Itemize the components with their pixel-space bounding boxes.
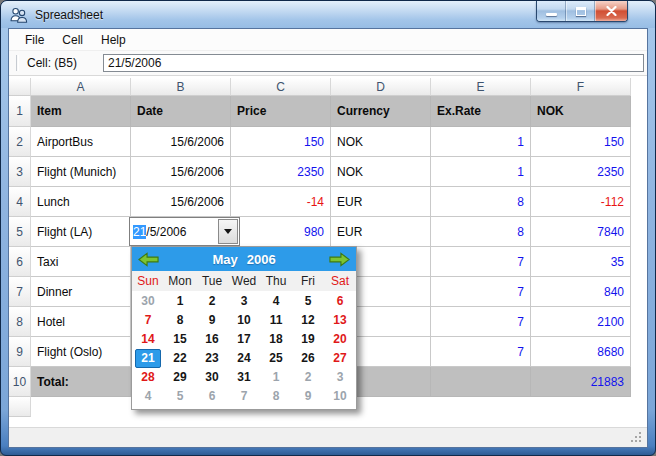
minimize-button[interactable] — [537, 1, 566, 21]
select-all-corner[interactable] — [9, 78, 31, 96]
cell-F3[interactable]: 2350 — [531, 157, 631, 187]
cell-F5[interactable]: 7840 — [531, 217, 631, 247]
cell-A4[interactable]: Lunch — [31, 187, 131, 217]
menu-help[interactable]: Help — [92, 30, 135, 50]
maximize-button[interactable] — [566, 1, 595, 21]
cell-A5[interactable]: Flight (LA) — [31, 217, 131, 247]
cell-C1[interactable]: Price — [231, 96, 331, 127]
calendar-day-5[interactable]: 5 — [164, 387, 196, 406]
calendar-day-9[interactable]: 9 — [196, 311, 228, 330]
calendar-day-30[interactable]: 30 — [196, 368, 228, 387]
cell-B4[interactable]: 15/6/2006 — [131, 187, 231, 217]
cell-B2[interactable]: 15/6/2006 — [131, 127, 231, 157]
date-editor-text[interactable]: 21/5/2006 — [130, 218, 217, 245]
cell-E4[interactable]: 8 — [431, 187, 531, 217]
column-header-F[interactable]: F — [531, 78, 631, 96]
cell-F6[interactable]: 35 — [531, 247, 631, 277]
calendar-day-21[interactable]: 21 — [132, 349, 164, 368]
calendar-day-6[interactable]: 6 — [324, 292, 356, 311]
cell-A8[interactable]: Hotel — [31, 307, 131, 337]
calendar-day-30[interactable]: 30 — [132, 292, 164, 311]
cell-E6[interactable]: 7 — [431, 247, 531, 277]
calendar-day-18[interactable]: 18 — [260, 330, 292, 349]
cell-B1[interactable]: Date — [131, 96, 231, 127]
calendar-day-1[interactable]: 1 — [164, 292, 196, 311]
resize-grip-icon[interactable] — [639, 440, 641, 442]
calendar-day-26[interactable]: 26 — [292, 349, 324, 368]
calendar-day-3[interactable]: 3 — [324, 368, 356, 387]
toolbar-gripper-icon[interactable] — [16, 55, 19, 71]
cell-A7[interactable]: Dinner — [31, 277, 131, 307]
calendar-day-4[interactable]: 4 — [260, 292, 292, 311]
calendar-day-29[interactable]: 29 — [164, 368, 196, 387]
cell-E1[interactable]: Ex.Rate — [431, 96, 531, 127]
calendar-day-8[interactable]: 8 — [164, 311, 196, 330]
cell-value-input[interactable] — [103, 54, 644, 72]
cell-A6[interactable]: Taxi — [31, 247, 131, 277]
row-header-7[interactable]: 7 — [9, 277, 31, 307]
cell-F7[interactable]: 840 — [531, 277, 631, 307]
cell-F8[interactable]: 2100 — [531, 307, 631, 337]
calendar-prev-button[interactable] — [138, 252, 159, 267]
cell-A3[interactable]: Flight (Munich) — [31, 157, 131, 187]
cell-E2[interactable]: 1 — [431, 127, 531, 157]
row-header-1[interactable]: 1 — [9, 96, 31, 127]
calendar-day-23[interactable]: 23 — [196, 349, 228, 368]
cell-C2[interactable]: 150 — [231, 127, 331, 157]
cell-C4[interactable]: -14 — [231, 187, 331, 217]
cell-F2[interactable]: 150 — [531, 127, 631, 157]
cell-b5-date-editor[interactable]: 21/5/2006 — [129, 217, 240, 246]
cell-D1[interactable]: Currency — [331, 96, 431, 127]
calendar-day-25[interactable]: 25 — [260, 349, 292, 368]
calendar-day-27[interactable]: 27 — [324, 349, 356, 368]
cell-D2[interactable]: NOK — [331, 127, 431, 157]
cell-D3[interactable]: NOK — [331, 157, 431, 187]
cell-E5[interactable]: 8 — [431, 217, 531, 247]
cell-A2[interactable]: AirportBus — [31, 127, 131, 157]
calendar-day-16[interactable]: 16 — [196, 330, 228, 349]
cell-E10[interactable] — [431, 367, 531, 397]
row-header-8[interactable]: 8 — [9, 307, 31, 337]
cell-B3[interactable]: 15/6/2006 — [131, 157, 231, 187]
row-header-9[interactable]: 9 — [9, 337, 31, 367]
column-header-B[interactable]: B — [131, 78, 231, 96]
calendar-day-10[interactable]: 10 — [228, 311, 260, 330]
cell-F4[interactable]: -112 — [531, 187, 631, 217]
calendar-day-3[interactable]: 3 — [228, 292, 260, 311]
calendar-day-20[interactable]: 20 — [324, 330, 356, 349]
calendar-day-6[interactable]: 6 — [196, 387, 228, 406]
calendar-day-1[interactable]: 1 — [260, 368, 292, 387]
row-header-4[interactable]: 4 — [9, 187, 31, 217]
column-header-E[interactable]: E — [431, 78, 531, 96]
calendar-day-22[interactable]: 22 — [164, 349, 196, 368]
date-dropdown-button[interactable] — [218, 219, 238, 244]
cell-E7[interactable]: 7 — [431, 277, 531, 307]
cell-E3[interactable]: 1 — [431, 157, 531, 187]
cell-D4[interactable]: EUR — [331, 187, 431, 217]
row-header-3[interactable]: 3 — [9, 157, 31, 187]
row-header-5[interactable]: 5 — [9, 217, 31, 247]
row-header-10[interactable]: 10 — [9, 367, 31, 397]
cell-E8[interactable]: 7 — [431, 307, 531, 337]
calendar-day-10[interactable]: 10 — [324, 387, 356, 406]
calendar-next-button[interactable] — [329, 252, 350, 267]
column-header-C[interactable]: C — [231, 78, 331, 96]
cell-A1[interactable]: Item — [31, 96, 131, 127]
calendar-day-4[interactable]: 4 — [132, 387, 164, 406]
cell-F9[interactable]: 8680 — [531, 337, 631, 367]
cell-C5[interactable]: 980 — [231, 217, 331, 247]
calendar-day-24[interactable]: 24 — [228, 349, 260, 368]
calendar-day-7[interactable]: 7 — [132, 311, 164, 330]
calendar-day-2[interactable]: 2 — [292, 368, 324, 387]
cell-D5[interactable]: EUR — [331, 217, 431, 247]
close-button[interactable] — [595, 1, 627, 21]
row-header-2[interactable]: 2 — [9, 127, 31, 157]
cell-A9[interactable]: Flight (Oslo) — [31, 337, 131, 367]
cell-F1[interactable]: NOK — [531, 96, 631, 127]
calendar-day-2[interactable]: 2 — [196, 292, 228, 311]
calendar-day-8[interactable]: 8 — [260, 387, 292, 406]
menu-file[interactable]: File — [16, 30, 53, 50]
calendar-day-14[interactable]: 14 — [132, 330, 164, 349]
calendar-day-13[interactable]: 13 — [324, 311, 356, 330]
cell-C3[interactable]: 2350 — [231, 157, 331, 187]
